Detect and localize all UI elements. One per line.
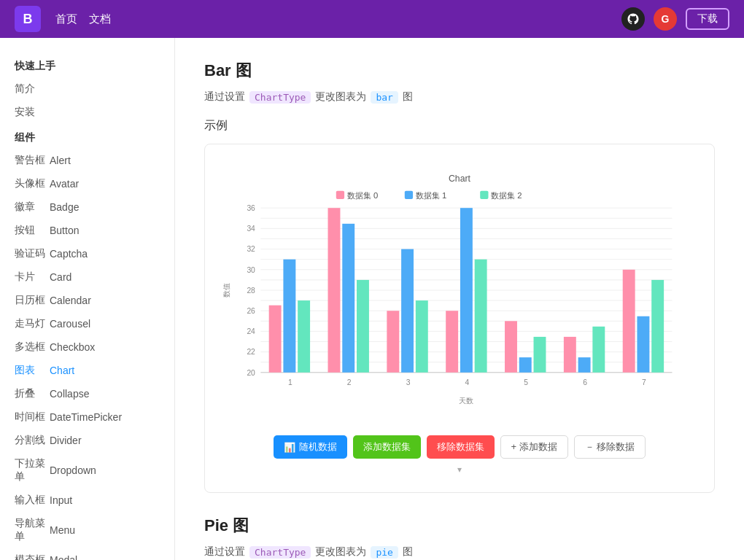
svg-rect-41 <box>401 249 414 373</box>
svg-rect-48 <box>534 337 546 373</box>
pie-chart-type-tag: ChartType <box>249 546 311 559</box>
sidebar-item-install[interactable]: 安装 <box>0 101 174 124</box>
bar-chart-container: Chart 数据集 0 数据集 1 数据集 2 <box>204 144 715 493</box>
pie-code-tag: pie <box>371 546 398 559</box>
bar-chart-svg: Chart 数据集 0 数据集 1 数据集 2 <box>220 159 700 421</box>
pie-title: Pie 图 <box>204 515 715 537</box>
svg-rect-43 <box>446 311 458 373</box>
svg-text:26: 26 <box>247 307 255 315</box>
sidebar-item-button[interactable]: 按钮 Button <box>0 219 174 242</box>
svg-rect-52 <box>623 270 635 373</box>
svg-text:数据集 1: 数据集 1 <box>416 191 446 200</box>
svg-rect-45 <box>475 260 487 373</box>
nav-home[interactable]: 首页 <box>55 12 77 26</box>
svg-text:32: 32 <box>247 245 255 253</box>
svg-text:2: 2 <box>347 378 352 386</box>
svg-rect-39 <box>357 280 369 373</box>
svg-text:36: 36 <box>247 204 255 212</box>
expand-row[interactable]: ▾ <box>220 459 700 478</box>
sidebar-item-chart[interactable]: 图表 Chart <box>0 359 174 382</box>
svg-rect-47 <box>519 357 532 373</box>
sidebar-item-modal[interactable]: 模态框 Modal <box>0 548 174 560</box>
svg-rect-34 <box>269 306 282 373</box>
sidebar-item-captcha[interactable]: 验证码 Captcha <box>0 242 174 265</box>
svg-text:6: 6 <box>583 378 587 386</box>
svg-rect-44 <box>460 208 473 373</box>
bar-code-tag: bar <box>371 91 398 104</box>
add-data-button[interactable]: + 添加数据 <box>500 435 568 459</box>
svg-rect-36 <box>298 300 310 373</box>
svg-rect-0 <box>336 191 344 199</box>
content: Bar 图 通过设置 ChartType 更改图表为 bar 图 示例 Char… <box>175 38 744 560</box>
chart-type-tag: ChartType <box>249 91 311 104</box>
sidebar-item-collapse[interactable]: 折叠 Collapse <box>0 382 174 405</box>
svg-text:1: 1 <box>288 378 292 386</box>
sidebar-item-calendar[interactable]: 日历框 Calendar <box>0 289 174 312</box>
svg-text:3: 3 <box>406 378 411 386</box>
svg-text:天数: 天数 <box>459 397 473 405</box>
pie-desc: 通过设置 ChartType 更改图表为 pie 图 <box>204 545 715 559</box>
bar-desc: 通过设置 ChartType 更改图表为 bar 图 <box>204 90 715 104</box>
svg-rect-38 <box>342 224 354 373</box>
sidebar-item-datetimepicker[interactable]: 时间框 DateTimePicker <box>0 405 174 429</box>
sidebar-item-card[interactable]: 卡片 Card <box>0 265 174 289</box>
add-dataset-button[interactable]: 添加数据集 <box>353 435 421 459</box>
bar-chart-icon: 📊 <box>284 442 295 453</box>
svg-rect-46 <box>505 321 517 373</box>
nav-docs[interactable]: 文档 <box>89 12 111 26</box>
header-right: G 下载 <box>621 7 729 31</box>
logo: B <box>15 6 41 32</box>
github-icon[interactable] <box>621 7 645 31</box>
download-button[interactable]: 下载 <box>686 8 729 30</box>
sidebar-item-dropdown[interactable]: 下拉菜单 Dropdown <box>0 452 174 489</box>
svg-text:4: 4 <box>465 378 469 386</box>
svg-text:数值: 数值 <box>222 283 230 298</box>
svg-rect-53 <box>637 316 649 373</box>
svg-text:24: 24 <box>247 327 255 335</box>
remove-data-button[interactable]: － 移除数据 <box>574 435 646 459</box>
svg-text:5: 5 <box>524 378 528 386</box>
example-label: 示例 <box>204 118 715 133</box>
svg-text:数据集 0: 数据集 0 <box>347 191 378 200</box>
chevron-down-icon: ▾ <box>457 464 462 475</box>
components-title: 组件 <box>0 124 174 149</box>
sidebar-item-alert[interactable]: 警告框 Alert <box>0 149 174 172</box>
svg-rect-50 <box>578 357 591 373</box>
svg-rect-35 <box>283 260 295 373</box>
sidebar-item-intro[interactable]: 简介 <box>0 77 174 101</box>
random-data-button[interactable]: 📊 随机数据 <box>274 435 347 459</box>
remove-dataset-button[interactable]: 移除数据集 <box>427 435 495 459</box>
svg-rect-54 <box>651 280 664 373</box>
sidebar-item-input[interactable]: 输入框 Input <box>0 489 174 512</box>
main-layout: 快速上手 简介 安装 组件 警告框 Alert 头像框 Avatar 徽章 Ba… <box>0 38 744 560</box>
sidebar-item-divider[interactable]: 分割线 Divider <box>0 429 174 452</box>
sidebar: 快速上手 简介 安装 组件 警告框 Alert 头像框 Avatar 徽章 Ba… <box>0 38 175 560</box>
sidebar-item-checkbox[interactable]: 多选框 Checkbox <box>0 335 174 359</box>
sidebar-item-badge[interactable]: 徽章 Badge <box>0 195 174 219</box>
svg-rect-42 <box>416 300 428 373</box>
svg-text:30: 30 <box>247 266 255 274</box>
pie-section: Pie 图 通过设置 ChartType 更改图表为 pie 图 示例 <box>204 515 715 560</box>
quick-start-title: 快速上手 <box>0 52 174 77</box>
g-icon[interactable]: G <box>654 7 677 31</box>
svg-rect-51 <box>592 327 605 373</box>
svg-text:22: 22 <box>247 348 255 356</box>
sidebar-item-carousel[interactable]: 走马灯 Carousel <box>0 312 174 335</box>
svg-text:34: 34 <box>247 225 255 233</box>
header-nav: 首页 文档 <box>55 12 111 26</box>
svg-text:7: 7 <box>642 378 646 386</box>
svg-text:28: 28 <box>247 287 255 295</box>
chart-buttons: 📊 随机数据 添加数据集 移除数据集 + 添加数据 － 移除数据 <box>220 435 700 459</box>
bar-title: Bar 图 <box>204 60 715 82</box>
svg-rect-37 <box>328 208 341 373</box>
header: B 首页 文档 G 下载 <box>0 0 744 38</box>
svg-rect-2 <box>405 191 413 199</box>
svg-rect-49 <box>564 337 576 373</box>
svg-rect-4 <box>480 191 488 199</box>
svg-rect-40 <box>387 311 399 373</box>
sidebar-item-menu[interactable]: 导航菜单 Menu <box>0 512 174 548</box>
svg-text:数据集 2: 数据集 2 <box>491 191 522 200</box>
chart-title: Chart <box>449 174 470 184</box>
sidebar-item-avatar[interactable]: 头像框 Avatar <box>0 172 174 195</box>
svg-text:20: 20 <box>247 369 255 377</box>
